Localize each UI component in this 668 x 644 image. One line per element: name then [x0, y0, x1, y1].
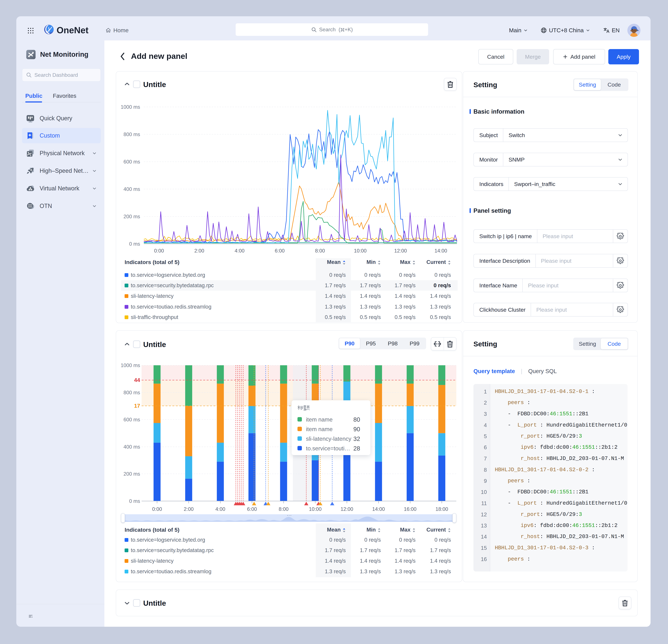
svg-text:8:00: 8:00 — [315, 248, 325, 254]
svg-text:6:00: 6:00 — [247, 506, 257, 512]
svg-text:600 ms: 600 ms — [123, 417, 140, 423]
svg-text:2:00: 2:00 — [184, 506, 194, 512]
svg-text:16:00: 16:00 — [404, 506, 416, 512]
svg-text:14:00: 14:00 — [435, 248, 447, 254]
svg-text:0 ms: 0 ms — [129, 498, 140, 504]
svg-text:400 ms: 400 ms — [123, 186, 140, 192]
svg-text:8:00: 8:00 — [279, 506, 288, 512]
svg-text:800 ms: 800 ms — [123, 131, 140, 137]
svg-text:800 ms: 800 ms — [123, 390, 140, 395]
svg-text:200 ms: 200 ms — [123, 214, 140, 219]
svg-text:17: 17 — [134, 403, 140, 409]
svg-text:6:00: 6:00 — [275, 248, 285, 254]
svg-text:1000 ms: 1000 ms — [121, 362, 140, 368]
svg-text:0 ms: 0 ms — [129, 241, 140, 247]
svg-text:1000 ms: 1000 ms — [121, 104, 140, 110]
svg-text:200 ms: 200 ms — [123, 471, 140, 477]
svg-text:10:00: 10:00 — [309, 506, 322, 512]
svg-text:12:00: 12:00 — [394, 248, 407, 254]
svg-text:4:00: 4:00 — [215, 506, 225, 512]
svg-text:600 ms: 600 ms — [123, 159, 140, 164]
svg-text:14:00: 14:00 — [372, 506, 385, 512]
svg-text:0:00: 0:00 — [152, 506, 162, 512]
svg-text:44: 44 — [134, 377, 140, 383]
svg-text:0:00: 0:00 — [154, 248, 164, 254]
svg-text:2:00: 2:00 — [194, 248, 204, 254]
svg-text:12:00: 12:00 — [340, 506, 353, 512]
svg-text:18:00: 18:00 — [436, 506, 448, 512]
svg-text:400 ms: 400 ms — [123, 444, 140, 450]
svg-text:10:00: 10:00 — [354, 248, 367, 254]
svg-text:4:00: 4:00 — [235, 248, 244, 254]
